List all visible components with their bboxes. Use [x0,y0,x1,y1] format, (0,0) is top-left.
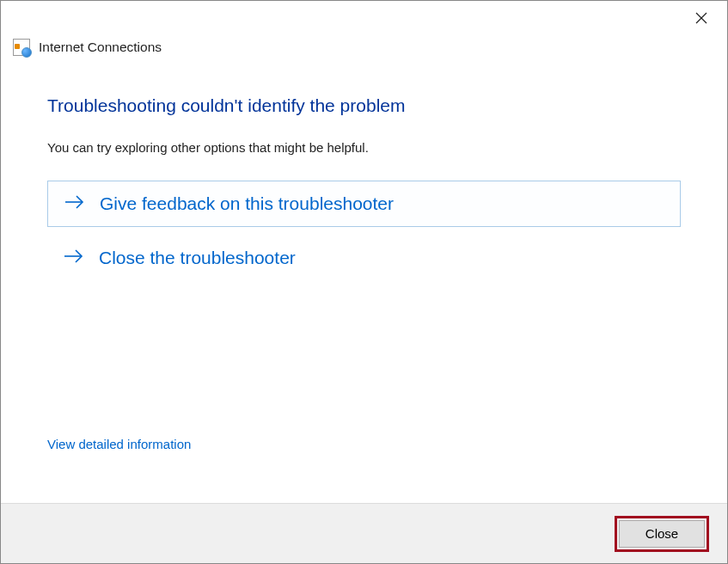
option-label: Give feedback on this troubleshooter [100,193,394,214]
headline: Troubleshooting couldn't identify the pr… [47,95,681,116]
option-give-feedback[interactable]: Give feedback on this troubleshooter [47,181,681,227]
arrow-right-icon [63,248,85,268]
internet-connections-icon [13,39,30,56]
option-label: Close the troubleshooter [99,248,296,268]
close-button[interactable]: Close [619,520,705,548]
content-area: Troubleshooting couldn't identify the pr… [1,64,727,280]
option-close-troubleshooter[interactable]: Close the troubleshooter [47,236,681,280]
footer: Close [1,503,727,563]
view-detailed-information-link[interactable]: View detailed information [47,437,191,451]
window-close-button[interactable] [684,5,719,31]
arrow-right-icon [64,193,86,214]
close-icon [695,12,707,24]
app-header: Internet Connections [1,35,727,64]
app-title: Internet Connections [39,40,162,55]
titlebar [1,1,727,35]
subtext: You can try exploring other options that… [47,140,681,155]
